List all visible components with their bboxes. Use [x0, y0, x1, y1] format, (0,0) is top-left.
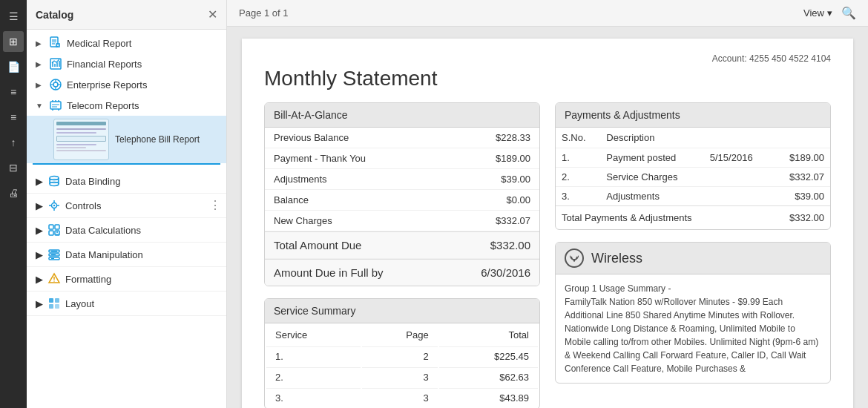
sidebar-item-label: Enterprise Reports	[67, 79, 220, 91]
service-summary-header: Service Summary	[265, 299, 539, 323]
wireless-title: Wireless	[591, 251, 642, 266]
payment-date	[704, 168, 772, 187]
catalog-bottom-section: ▶ Data Binding ▶	[27, 169, 226, 316]
payment-desc: Payment posted	[600, 148, 703, 168]
sidebar-item-data-calculations[interactable]: ▶ Data Calculations	[27, 218, 226, 243]
sidebar-item-label: Financial Reports	[67, 59, 220, 70]
catalog-close-button[interactable]: ✕	[208, 7, 217, 22]
svg-point-57	[573, 260, 575, 261]
minus-box-icon[interactable]: ⊟	[3, 157, 24, 178]
wireless-icon	[565, 249, 584, 268]
bill-row-balance: Balance $0.00	[265, 190, 539, 211]
search-icon[interactable]: 🔍	[841, 6, 856, 20]
expand-arrow: ▶	[36, 225, 43, 236]
amount-col-header	[772, 128, 830, 148]
bill-row-due-date: Amount Due in Full by 6/30/2016	[265, 259, 539, 286]
bill-row-value: $332.07	[496, 215, 530, 226]
svg-rect-56	[55, 304, 59, 309]
bill-row-label: Payment - Thank You	[274, 153, 366, 164]
service-row: 1. 2 $225.45	[266, 346, 538, 366]
selection-indicator	[33, 163, 220, 165]
expand-arrow: ▶	[36, 249, 43, 260]
sidebar-item-telecom-reports[interactable]: ▼ Telecom Reports	[27, 95, 226, 116]
enterprise-reports-icon	[49, 78, 62, 91]
svg-rect-54	[55, 298, 59, 303]
bill-row-label: Previous Balance	[274, 132, 349, 143]
document-title: Monthly Statement	[264, 67, 831, 91]
sidebar-item-financial-reports[interactable]: ▶ Financial Reports	[27, 53, 226, 74]
document-page: Account: 4255 450 4522 4104 Monthly Stat…	[242, 39, 853, 408]
service-col-header: Service	[266, 325, 361, 345]
payment-amount: $189.00	[772, 148, 830, 168]
sidebar-item-label: Medical Report	[67, 38, 220, 49]
print-icon[interactable]: 🖨	[3, 182, 24, 203]
payments-adjustments-header: Payments & Adjustments	[556, 103, 830, 128]
sidebar-item-data-manipulation[interactable]: ▶ Data Manipulation	[27, 243, 226, 267]
chevron-down-icon: ▾	[827, 7, 832, 19]
service-page: 3	[362, 388, 438, 407]
bill-row-label: Balance	[274, 194, 309, 205]
bill-row-value: $0.00	[506, 194, 530, 205]
sidebar-item-medical-report[interactable]: ▶ Medical Report	[27, 33, 226, 53]
svg-rect-18	[50, 102, 61, 109]
document-left-column: Bill-At-A-Glance Previous Balance $228.3…	[264, 102, 540, 408]
data-manipulation-icon	[47, 248, 61, 261]
more-options-icon[interactable]: ⋮	[209, 200, 220, 211]
format-icon[interactable]: ≡	[3, 107, 24, 128]
bill-row-adjustments: Adjustments $39.00	[265, 169, 539, 190]
service-page: 2	[362, 346, 438, 366]
wireless-box: Wireless Group 1 Usage Summary - FamilyT…	[555, 242, 831, 384]
document-icon[interactable]: 📄	[3, 56, 24, 77]
service-num: 2.	[266, 367, 361, 386]
sidebar-item-data-binding[interactable]: ▶ Data Binding	[27, 169, 226, 194]
icon-bar: ☰ ⊞ 📄 ≡ ≡ ↑ ⊟ 🖨	[0, 0, 27, 408]
sidebar-item-enterprise-reports[interactable]: ▶ Enterprise Reports	[27, 74, 226, 95]
top-bar: Page 1 of 1 View ▾ 🔍	[227, 0, 868, 27]
service-summary-table: Service Page Total 1. 2 $225.45	[265, 323, 539, 408]
sidebar-item-layout[interactable]: ▶ Layout	[27, 292, 226, 316]
payment-amount: $332.07	[772, 168, 830, 187]
document-body: Bill-At-A-Glance Previous Balance $228.3…	[264, 102, 831, 408]
payment-num: 3.	[556, 187, 600, 206]
service-row: 3. 3 $43.89	[266, 388, 538, 407]
svg-rect-53	[49, 298, 53, 303]
date-col-header	[704, 128, 772, 148]
bill-row-label: Adjustments	[274, 174, 327, 185]
sidebar-item-controls[interactable]: ▶ Controls ⋮	[27, 194, 226, 218]
sidebar-item-formatting[interactable]: ▶ Formatting	[27, 267, 226, 292]
page-info: Page 1 of 1	[239, 7, 289, 19]
sidebar-item-label: Data Calculations	[65, 225, 141, 236]
grid-icon[interactable]: ⊞	[3, 31, 24, 52]
payments-adjustments-box: Payments & Adjustments S.No. Description	[555, 102, 831, 230]
service-row: 2. 3 $62.63	[266, 367, 538, 386]
view-label: View	[803, 7, 824, 19]
bill-row-total-amount: Total Amount Due $332.00	[265, 231, 539, 259]
payments-total-label: Total Payments & Adjustments	[562, 212, 692, 223]
wireless-body: Group 1 Usage Summary - FamilyTalk Natio…	[556, 274, 830, 383]
service-summary-box: Service Summary Service Page Total	[264, 298, 540, 408]
svg-point-13	[53, 82, 58, 87]
desc-col-header: Description	[600, 128, 703, 148]
hamburger-icon[interactable]: ☰	[3, 6, 24, 27]
service-page: 3	[362, 367, 438, 386]
payment-date: 5/15/2016	[704, 148, 772, 168]
payment-row: 2. Service Charges $332.07	[556, 168, 830, 187]
payment-num: 2.	[556, 168, 600, 187]
report-thumbnail-label: Telephone Bill Report	[115, 134, 200, 145]
payments-table: S.No. Description 1. Payment posted	[556, 128, 830, 205]
expand-arrow: ▶	[36, 39, 45, 47]
payment-num: 1.	[556, 148, 600, 168]
bill-row-label: Total Amount Due	[274, 239, 361, 251]
svg-rect-39	[49, 231, 53, 235]
view-button[interactable]: View ▾	[803, 7, 832, 19]
bill-row-value: 6/30/2016	[481, 266, 530, 279]
data-calculations-icon	[47, 223, 61, 237]
upload-icon[interactable]: ↑	[3, 132, 24, 153]
list-icon[interactable]: ≡	[3, 82, 24, 102]
sidebar-item-label: Data Manipulation	[65, 249, 143, 260]
expand-arrow: ▶	[36, 81, 45, 89]
controls-icon	[47, 199, 61, 212]
main-area: Page 1 of 1 View ▾ 🔍 Account: 4255 450 4…	[227, 0, 868, 408]
sidebar-item-telephone-bill-report[interactable]: Telephone Bill Report	[27, 116, 226, 163]
service-num: 3.	[266, 388, 361, 407]
